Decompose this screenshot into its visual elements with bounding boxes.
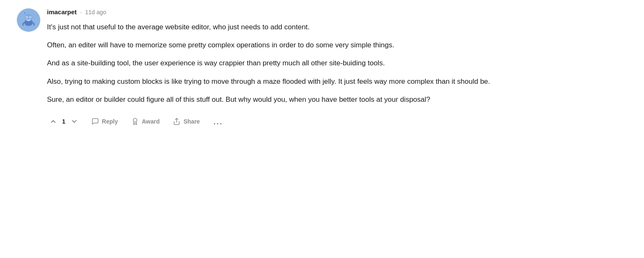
comment-header: imacarpet · 11d ago xyxy=(47,8,604,15)
svg-point-4 xyxy=(26,17,27,18)
dot-separator: · xyxy=(80,9,82,15)
comment-container: imacarpet · 11d ago It's just not that u… xyxy=(17,8,604,128)
timestamp: 11d ago xyxy=(85,9,107,15)
paragraph-1: It's just not that useful to the average… xyxy=(47,21,604,33)
award-label: Award xyxy=(142,118,160,125)
share-icon xyxy=(173,118,180,125)
award-icon xyxy=(131,118,139,125)
paragraph-5: Sure, an editor or builder could figure … xyxy=(47,94,604,105)
paragraph-4: Also, trying to making custom blocks is … xyxy=(47,76,604,87)
username: imacarpet xyxy=(47,8,77,15)
upvote-button[interactable] xyxy=(47,116,60,127)
comment-actions: 1 Reply xyxy=(47,115,604,128)
more-button[interactable]: ... xyxy=(211,115,225,128)
reply-button[interactable]: Reply xyxy=(89,116,120,127)
share-button[interactable]: Share xyxy=(170,116,202,127)
avatar xyxy=(17,8,40,32)
reply-icon xyxy=(91,118,99,125)
award-button[interactable]: Award xyxy=(129,116,162,127)
comment-body: imacarpet · 11d ago It's just not that u… xyxy=(47,8,604,128)
vote-section: 1 xyxy=(47,116,81,127)
downvote-icon xyxy=(70,118,78,125)
reply-label: Reply xyxy=(102,118,118,125)
downvote-button[interactable] xyxy=(68,116,81,127)
share-label: Share xyxy=(183,118,200,125)
paragraph-3: And as a site-building tool, the user ex… xyxy=(47,57,604,69)
svg-point-5 xyxy=(30,17,31,18)
svg-point-7 xyxy=(24,12,26,13)
paragraph-2: Often, an editer will have to memorize s… xyxy=(47,39,604,51)
more-label: ... xyxy=(213,117,223,126)
upvote-icon xyxy=(50,118,57,125)
vote-count: 1 xyxy=(62,118,65,125)
